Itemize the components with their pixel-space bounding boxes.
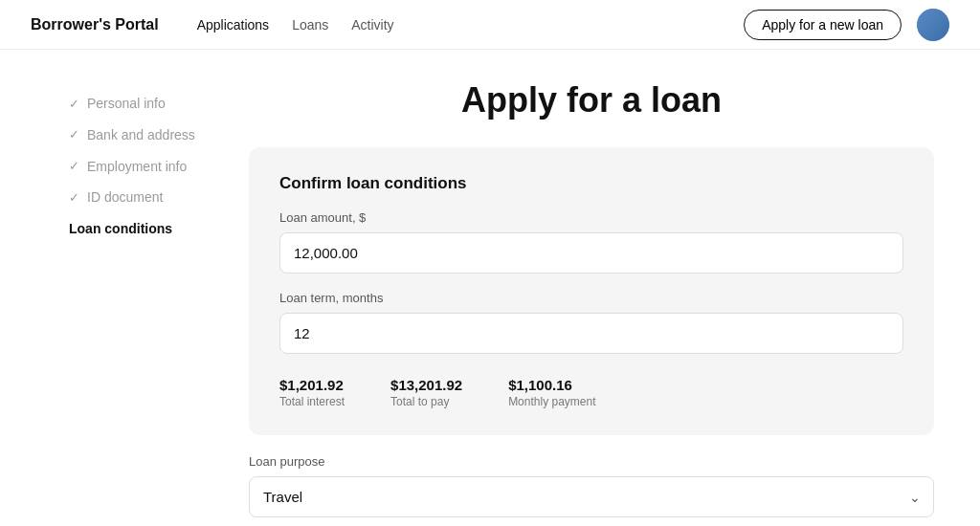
check-icon-bank-address: ✓ [69,127,79,142]
loan-term-input[interactable] [279,313,903,354]
sidebar-item-loan-conditions[interactable]: Loan conditions [69,221,211,237]
check-icon-id-document: ✓ [69,190,79,206]
sidebar-item-personal-info[interactable]: ✓ Personal info [69,96,211,112]
avatar[interactable] [917,9,949,41]
stat-total-to-pay: $13,201.92 Total to pay [390,377,462,408]
check-icon-personal-info: ✓ [69,97,79,112]
card-title: Confirm loan conditions [279,174,903,193]
sidebar-label-id-document: ID document [87,189,163,206]
nav-link-applications[interactable]: Applications [197,17,270,33]
nav-link-activity[interactable]: Activity [351,17,393,33]
stat-total-interest-label: Total interest [279,395,345,408]
stat-total-interest-value: $1,201.92 [279,377,345,393]
stats-row: $1,201.92 Total interest $13,201.92 Tota… [279,377,903,408]
nav-right: Apply for a new loan [744,9,949,41]
sidebar-item-id-document[interactable]: ✓ ID document [69,189,211,206]
stat-monthly-payment-value: $1,100.16 [508,377,595,393]
navbar: Borrower's Portal Applications Loans Act… [0,0,980,50]
loan-term-label: Loan term, months [279,291,903,305]
check-icon-employment-info: ✓ [69,159,79,174]
stat-monthly-payment: $1,100.16 Monthly payment [508,377,595,408]
brand-logo: Borrower's Portal [31,16,159,33]
nav-links: Applications Loans Activity [197,17,714,33]
sidebar-label-employment-info: Employment info [87,159,187,175]
nav-link-loans[interactable]: Loans [292,17,328,33]
loan-conditions-card: Confirm loan conditions Loan amount, $ L… [249,147,934,435]
apply-new-loan-button[interactable]: Apply for a new loan [744,10,902,40]
sidebar-label-loan-conditions: Loan conditions [69,221,172,237]
sidebar-item-employment-info[interactable]: ✓ Employment info [69,159,211,175]
avatar-image [917,9,949,41]
main-layout: ✓ Personal info ✓ Bank and address ✓ Emp… [0,50,980,526]
sidebar-label-bank-address: Bank and address [87,127,195,143]
loan-amount-input[interactable] [279,232,903,274]
sidebar-item-bank-address[interactable]: ✓ Bank and address [69,127,211,143]
stat-total-interest: $1,201.92 Total interest [279,377,345,408]
loan-purpose-select-wrapper: Travel Home improvement Education Medica… [249,476,934,517]
stat-total-to-pay-label: Total to pay [390,395,462,408]
sidebar-label-personal-info: Personal info [87,96,166,112]
stat-monthly-payment-label: Monthly payment [508,395,595,408]
page-title: Apply for a loan [249,80,934,121]
loan-purpose-select[interactable]: Travel Home improvement Education Medica… [249,476,934,517]
sidebar: ✓ Personal info ✓ Bank and address ✓ Emp… [0,50,249,526]
main-content: Apply for a loan Confirm loan conditions… [249,50,980,526]
loan-purpose-label: Loan purpose [249,454,934,469]
loan-purpose-section: Loan purpose Travel Home improvement Edu… [249,454,934,526]
loan-amount-label: Loan amount, $ [279,210,903,225]
stat-total-to-pay-value: $13,201.92 [390,377,462,393]
